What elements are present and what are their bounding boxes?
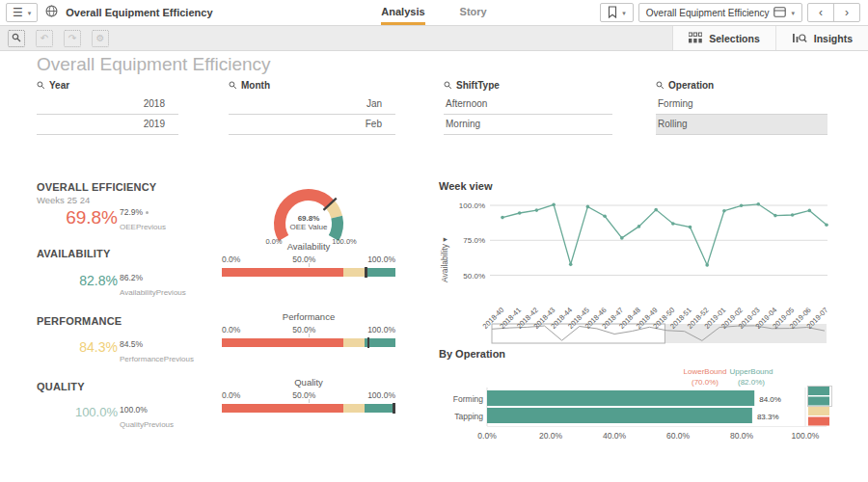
data-point[interactable] [637, 225, 641, 228]
filter-label-operation[interactable]: Operation [656, 80, 827, 91]
bars: Forming84.0%Tapping83.3% [453, 390, 781, 423]
data-point[interactable] [518, 211, 522, 215]
kpi-previous-value: 86.2% [120, 274, 186, 282]
top-bar: ☰ ▾ Overall Equipment Efficiency Analysi… [0, 0, 868, 26]
data-point[interactable] [740, 204, 744, 208]
bullet-value-marker [393, 403, 395, 414]
bullet-value-marker [367, 337, 370, 348]
bullet-quality[interactable]: Quality0.0%50.0%100.0% [222, 377, 395, 413]
data-point[interactable] [791, 213, 795, 217]
data-point[interactable] [825, 224, 828, 228]
smart-search-button[interactable] [8, 30, 25, 47]
selections-toggle[interactable]: Selections [673, 26, 775, 50]
bullet-title: Quality [222, 377, 395, 388]
kpi-previous-value: 72.9% [120, 208, 166, 217]
bullet-performance[interactable]: Performance0.0%50.0%100.0% [222, 311, 395, 347]
y-axis-labels: 100.0%75.0%50.0% [459, 201, 485, 281]
filter-option-forming[interactable]: Forming [656, 94, 827, 115]
gauge-chart[interactable]: 69.8%OEE Value0.0%100.0% [231, 185, 386, 247]
x-tick-label: 0.0% [477, 431, 497, 441]
reference-color-stack [808, 387, 832, 426]
kpi-previous-label: OEEPrevious [120, 223, 166, 231]
axis-tick-label: 50.0% [292, 325, 315, 335]
chevron-left-icon: ‹ [819, 6, 823, 19]
filter-label-year[interactable]: Year [37, 80, 178, 91]
sheet-selector[interactable]: Overall Equipment Efficiency ▾ [638, 3, 802, 22]
filter-label-text: ShiftType [456, 80, 500, 91]
data-point[interactable] [689, 226, 692, 229]
filter-option-afternoon[interactable]: Afternoon [444, 94, 612, 115]
data-point[interactable] [773, 214, 777, 218]
data-point[interactable] [654, 208, 658, 212]
filter-option-2018[interactable]: 2018 [37, 94, 178, 115]
kpi-value: 82.8% [37, 274, 118, 287]
data-point[interactable] [722, 209, 726, 213]
filter-label-month[interactable]: Month [229, 80, 395, 91]
week-view-chart[interactable]: 100.0%75.0%50.0%Availability ▾2018-40201… [436, 191, 856, 351]
y-axis-title[interactable]: Availability ▾ [440, 237, 449, 282]
legend: LowerBound(70.0%)UpperBound(82.0%) [684, 367, 773, 387]
tab-analysis[interactable]: Analysis [381, 0, 424, 25]
toolbar: ↶ ↷ ⚙ Selections Insights [0, 26, 868, 51]
redo-button[interactable]: ↷ [64, 30, 81, 47]
prev-sheet-button[interactable]: ‹ [808, 4, 833, 21]
data-point[interactable] [603, 215, 607, 219]
next-sheet-button[interactable]: › [833, 4, 859, 21]
data-point[interactable] [552, 203, 556, 207]
data-point[interactable] [808, 209, 812, 213]
bullet-title: Availability [222, 241, 395, 252]
axis-tick-label: 0.0% [222, 325, 240, 335]
tab-story[interactable]: Story [460, 0, 487, 22]
legend-label: UpperBound [730, 367, 773, 376]
x-tick-label: 80.0% [730, 431, 754, 441]
gauge-svg: 69.8%OEE Value0.0%100.0% [231, 185, 386, 247]
y-tick-label: 100.0% [459, 201, 485, 210]
filter-option-2019[interactable]: 2019 [37, 115, 178, 135]
kpi-value-row-2: 82.8%86.2%AvailabilityPrevious [37, 274, 201, 298]
filter-option-rolling[interactable]: Rolling [656, 115, 827, 135]
data-point[interactable] [757, 202, 761, 206]
filter-label-shifttype[interactable]: ShiftType [444, 80, 612, 91]
kpi-subtitle: Weeks 25 24 [37, 195, 90, 205]
filter-option-jan[interactable]: Jan [229, 94, 395, 115]
search-icon [444, 81, 452, 90]
filter-label-text: Month [241, 80, 270, 91]
filter-option-morning[interactable]: Morning [444, 115, 612, 135]
axis-tick-label: 0.0% [222, 390, 240, 400]
clear-selections-icon: ⚙ [96, 33, 105, 43]
insights-toggle[interactable]: Insights [775, 26, 868, 50]
data-point[interactable] [535, 208, 539, 212]
filter-year: Year20182019 [37, 80, 178, 135]
hamburger-icon: ☰ [13, 7, 23, 18]
x-tick-label: 20.0% [539, 431, 563, 441]
data-point[interactable] [671, 222, 675, 226]
undo-button[interactable]: ↶ [36, 30, 53, 47]
bullet-center-tick [309, 334, 310, 337]
data-point[interactable] [586, 205, 590, 209]
availability-line-series[interactable] [501, 202, 828, 267]
data-point[interactable] [705, 263, 709, 267]
by-operation-chart[interactable]: LowerBound(70.0%)UpperBound(82.0%)Formin… [436, 361, 856, 469]
data-point[interactable] [501, 216, 504, 220]
search-icon [656, 81, 665, 90]
data-point[interactable] [569, 262, 573, 266]
data-point[interactable] [620, 236, 624, 240]
bar-tapping[interactable] [487, 408, 752, 423]
kpi-previous: 72.9%OEEPrevious [120, 208, 166, 232]
bullet-center-tick [309, 263, 310, 267]
kpi-value: 100.0% [37, 406, 118, 418]
bullet-availability[interactable]: Availability0.0%50.0%100.0% [222, 241, 395, 277]
week-view-svg: 100.0%75.0%50.0%Availability ▾2018-40201… [436, 191, 856, 351]
filter-option-feb[interactable]: Feb [229, 115, 395, 135]
nav-menu-button[interactable]: ☰ ▾ [6, 3, 38, 22]
bullet-bar [222, 268, 395, 277]
kpi-title-2: AVAILABILITY [37, 248, 111, 259]
value-label: 84.0% [759, 395, 781, 404]
insights-icon [792, 32, 807, 45]
bookmark-button[interactable]: ▾ [600, 3, 634, 22]
filter-label-text: Year [49, 80, 69, 91]
clear-selections-button[interactable]: ⚙ [92, 30, 109, 47]
kpi-value-row-3: 84.3%84.5%PerformancePrevious [37, 340, 201, 364]
bar-forming[interactable] [487, 390, 754, 406]
bullet-value-marker [365, 267, 367, 278]
